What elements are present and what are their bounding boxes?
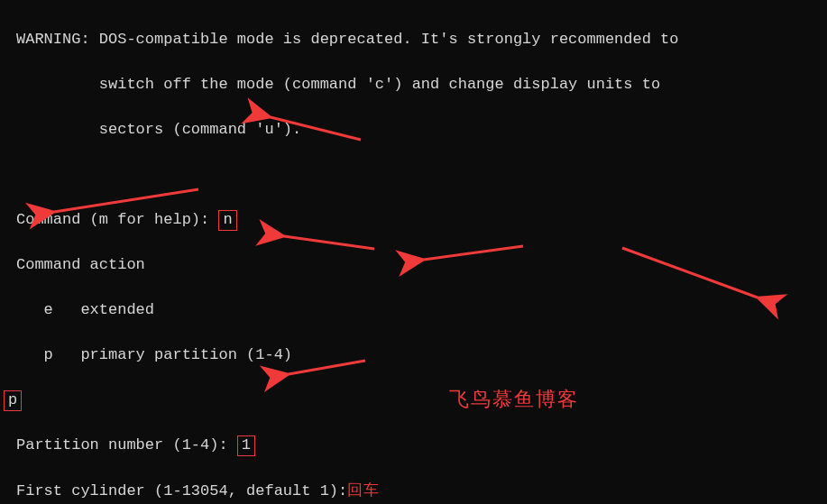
input-1: 1 xyxy=(237,435,255,456)
prompt-text: First cylinder (1-13054, default 1): xyxy=(16,482,347,499)
warning-line2: switch off the mode (command 'c') and ch… xyxy=(16,73,823,96)
partition-number-prompt[interactable]: Partition number (1-4): 1 xyxy=(16,434,823,456)
p-input-line[interactable]: p xyxy=(4,389,823,411)
action-e: e extended xyxy=(16,298,823,321)
action-p: p primary partition (1-4) xyxy=(16,344,823,366)
input-n: n xyxy=(218,210,236,231)
blank xyxy=(16,163,823,186)
watermark-text: 飞鸟慕鱼博客 xyxy=(449,388,579,410)
warning-line3: sectors (command 'u'). xyxy=(16,118,823,141)
warning-line1: WARNING: DOS-compatible mode is deprecat… xyxy=(16,28,823,50)
terminal-output: WARNING: DOS-compatible mode is deprecat… xyxy=(0,0,827,504)
action-header: Command action xyxy=(16,253,823,276)
command-prompt-1[interactable]: Command (m for help): n xyxy=(16,208,823,231)
input-p: p xyxy=(4,390,22,411)
prompt-text: Partition number (1-4): xyxy=(16,436,237,454)
enter-annotation: 回车 xyxy=(347,481,380,499)
prompt-text: Command (m for help): xyxy=(16,211,218,228)
first-cylinder-prompt[interactable]: First cylinder (1-13054, default 1):回车 xyxy=(16,479,823,502)
